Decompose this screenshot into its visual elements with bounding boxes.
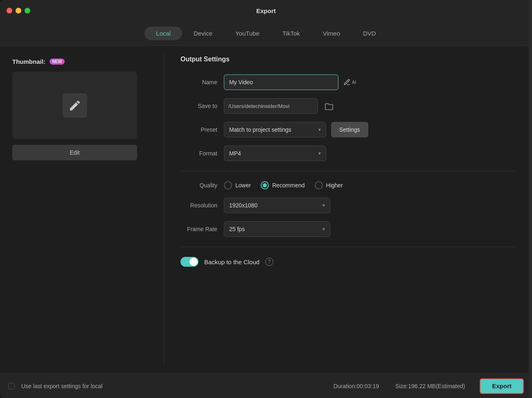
help-icon[interactable]: ? <box>265 258 273 266</box>
tab-youtube[interactable]: YouTube <box>224 27 271 40</box>
save-to-wrapper: /Users/detechinsider/Movi <box>224 98 336 114</box>
toggle-knob <box>189 258 198 266</box>
thumbnail-label: Thumbnail: NEW <box>12 58 151 65</box>
framerate-row: Frame Rate 25 fps ▾ <box>180 221 516 237</box>
preset-wrapper: Match to project settings ▾ Settings <box>224 122 368 137</box>
save-to-label: Save to <box>180 103 217 109</box>
save-to-path: /Users/detechinsider/Movi <box>224 98 318 114</box>
titlebar: Export <box>0 0 532 21</box>
backup-row: Backup to the Cloud ? <box>180 257 516 267</box>
tab-tiktok[interactable]: TikTok <box>271 27 311 40</box>
close-button[interactable] <box>7 8 12 13</box>
framerate-value: 25 fps <box>229 226 245 232</box>
quality-recommend[interactable]: Recommend <box>261 181 304 189</box>
export-window: Export Local Device YouTube TikTok Vimeo… <box>0 0 532 398</box>
framerate-chevron: ▾ <box>322 226 325 232</box>
quality-recommend-circle <box>261 181 269 189</box>
size-label: Size: <box>395 383 408 389</box>
resolution-chevron: ▾ <box>322 202 325 208</box>
left-panel: Thumbnail: NEW Edit <box>0 46 164 373</box>
duration-value: 00:03:19 <box>357 383 379 389</box>
save-to-row: Save to /Users/detechinsider/Movi <box>180 98 516 114</box>
quality-lower[interactable]: Lower <box>224 181 251 189</box>
duration-label: Duration: <box>334 383 357 389</box>
framerate-dropdown[interactable]: 25 fps ▾ <box>224 221 330 237</box>
window-title: Export <box>256 7 276 14</box>
output-settings-title: Output Settings <box>180 56 516 63</box>
format-chevron: ▾ <box>318 151 321 156</box>
export-button[interactable]: Export <box>480 378 524 394</box>
tab-local[interactable]: Local <box>144 27 182 40</box>
quality-lower-label: Lower <box>235 182 251 189</box>
minimize-button[interactable] <box>16 8 21 13</box>
new-badge: NEW <box>50 58 65 65</box>
last-export-checkbox[interactable] <box>8 383 15 389</box>
maximize-button[interactable] <box>25 8 30 13</box>
separator-1 <box>180 171 516 171</box>
folder-icon <box>325 102 334 110</box>
framerate-label: Frame Rate <box>180 226 217 232</box>
format-label: Format <box>180 150 217 157</box>
footer: Use last export settings for local Durat… <box>0 373 532 398</box>
backup-label: Backup to the Cloud <box>204 259 259 265</box>
traffic-lights <box>7 8 30 13</box>
tabbar: Local Device YouTube TikTok Vimeo DVD <box>0 21 532 46</box>
preset-dropdown[interactable]: Match to project settings ▾ <box>224 122 326 137</box>
size-value: 196.22 MB(Estimated) <box>408 383 465 389</box>
size-meta: Size:196.22 MB(Estimated) <box>395 383 465 389</box>
quality-recommend-label: Recommend <box>272 182 304 189</box>
resolution-label: Resolution <box>180 202 217 209</box>
quality-higher[interactable]: Higher <box>315 181 343 189</box>
quality-label: Quality <box>180 182 217 189</box>
tab-device[interactable]: Device <box>182 27 224 40</box>
quality-radio-group: Lower Recommend Higher <box>224 181 343 189</box>
backup-toggle[interactable] <box>180 257 198 267</box>
ai-icon[interactable]: AI <box>343 79 356 86</box>
preset-value: Match to project settings <box>229 126 291 133</box>
format-value: MP4 <box>229 150 241 157</box>
pencil-icon <box>68 99 81 112</box>
resolution-dropdown[interactable]: 1920x1080 ▾ <box>224 198 330 213</box>
preset-chevron: ▾ <box>318 127 321 133</box>
ai-label: AI <box>352 80 356 85</box>
thumbnail-preview <box>12 72 137 139</box>
settings-button[interactable]: Settings <box>331 122 368 137</box>
quality-lower-circle <box>224 181 232 189</box>
footer-meta: Duration:00:03:19 Size:196.22 MB(Estimat… <box>334 383 465 389</box>
thumbnail-text: Thumbnail: <box>12 58 45 65</box>
format-dropdown[interactable]: MP4 ▾ <box>224 146 326 161</box>
format-row: Format MP4 ▾ <box>180 146 516 161</box>
folder-button[interactable] <box>322 99 336 113</box>
edit-button[interactable]: Edit <box>12 145 137 160</box>
quality-higher-circle <box>315 181 323 189</box>
name-row: Name AI <box>180 74 516 90</box>
right-panel: Output Settings Name AI Save <box>164 46 532 373</box>
preset-label: Preset <box>180 126 217 133</box>
quality-higher-label: Higher <box>326 182 343 189</box>
separator-2 <box>180 247 516 247</box>
resolution-value: 1920x1080 <box>229 202 257 209</box>
main-content: Thumbnail: NEW Edit Output Settings Name <box>0 46 532 373</box>
resolution-row: Resolution 1920x1080 ▾ <box>180 198 516 213</box>
preset-row: Preset Match to project settings ▾ Setti… <box>180 122 516 137</box>
name-input[interactable] <box>224 74 338 90</box>
quality-row: Quality Lower Recommend Higher <box>180 181 516 189</box>
scrollbar[interactable] <box>529 46 532 373</box>
tab-vimeo[interactable]: Vimeo <box>311 27 352 40</box>
duration-meta: Duration:00:03:19 <box>334 383 379 389</box>
last-export-label: Use last export settings for local <box>21 383 102 389</box>
tab-dvd[interactable]: DVD <box>352 27 388 40</box>
name-label: Name <box>180 79 217 85</box>
name-input-wrapper: AI <box>224 74 356 90</box>
ai-pencil-icon <box>343 79 351 86</box>
quality-recommend-inner <box>263 183 267 187</box>
pencil-icon-wrapper <box>63 93 87 118</box>
